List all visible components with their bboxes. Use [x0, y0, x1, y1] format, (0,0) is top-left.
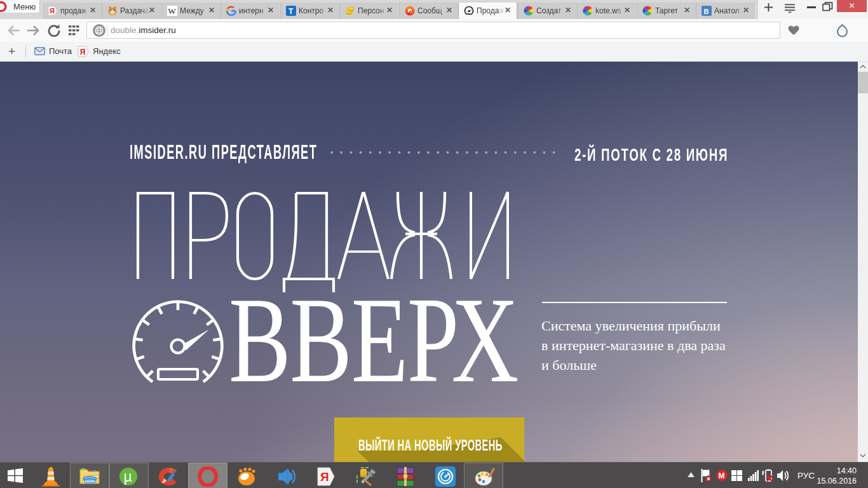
svg-text:Я: Я: [50, 7, 55, 15]
svg-text:W: W: [168, 6, 177, 16]
svg-text:T: T: [288, 7, 294, 16]
svg-text:µ: µ: [124, 468, 132, 485]
svg-text:Я: Я: [80, 48, 86, 57]
svg-text:Я: Я: [320, 470, 329, 484]
svg-text:В: В: [704, 8, 709, 15]
svg-text:M: M: [719, 471, 725, 480]
